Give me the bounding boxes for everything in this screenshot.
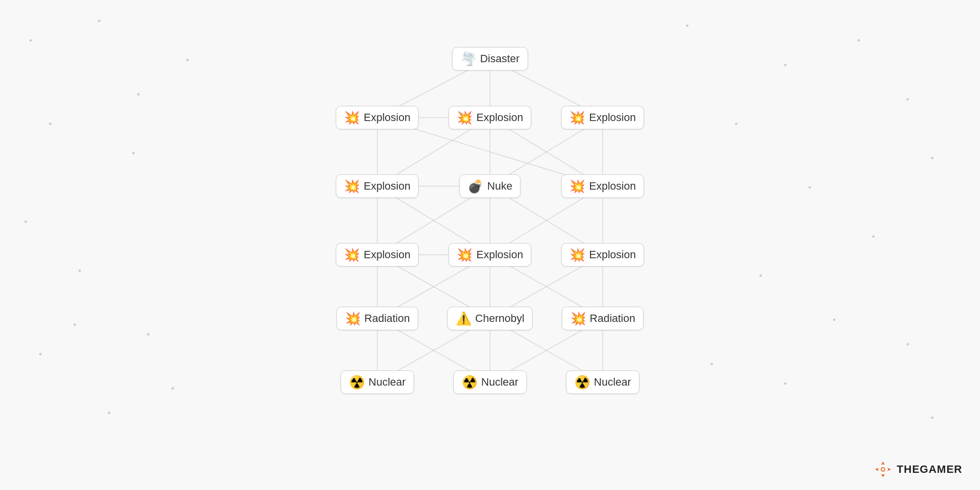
node-nuc2[interactable]: ☢️Nuclear [453, 370, 527, 394]
thegamer-icon [874, 461, 892, 478]
decorative-dot [735, 122, 737, 125]
exp7-label: Explosion [476, 248, 523, 261]
rad2-label: Radiation [590, 312, 636, 325]
decorative-dot [833, 318, 835, 321]
exp6-icon: 💥 [344, 248, 360, 261]
svg-point-39 [882, 468, 884, 470]
decorative-dot [858, 39, 860, 42]
node-exp6[interactable]: 💥Explosion [336, 243, 418, 267]
chernobyl-label: Chernobyl [475, 312, 524, 325]
chernobyl-icon: ⚠️ [456, 312, 471, 325]
decorative-dot [78, 270, 81, 272]
node-exp5[interactable]: 💥Explosion [561, 174, 644, 198]
nuc3-icon: ☢️ [574, 376, 590, 389]
nuc2-label: Nuclear [481, 376, 518, 389]
exp1-label: Explosion [364, 111, 410, 124]
decorative-dot [186, 59, 189, 61]
exp6-label: Explosion [364, 248, 410, 261]
decorative-dot [686, 24, 688, 27]
decorative-dot [108, 412, 110, 414]
svg-marker-35 [887, 467, 891, 471]
decorative-dot [74, 323, 76, 326]
node-nuc3[interactable]: ☢️Nuclear [566, 370, 639, 394]
decorative-dot [710, 363, 713, 365]
exp8-icon: 💥 [569, 248, 585, 261]
decorative-dot [24, 220, 27, 223]
decorative-dot [49, 122, 51, 125]
nuc3-label: Nuclear [594, 376, 631, 389]
exp5-label: Explosion [589, 180, 636, 193]
node-nuc1[interactable]: ☢️Nuclear [341, 370, 414, 394]
nuke-label: Nuke [487, 180, 512, 193]
decorative-dot [147, 333, 149, 336]
decorative-dot [906, 343, 909, 345]
decorative-dot [931, 416, 933, 419]
nuc1-label: Nuclear [368, 376, 406, 389]
exp1-icon: 💥 [344, 111, 360, 124]
decorative-dot [784, 64, 786, 66]
svg-marker-34 [882, 462, 885, 465]
disaster-icon: 🌪️ [461, 52, 476, 65]
rad2-icon: 💥 [570, 312, 586, 325]
node-exp4[interactable]: 💥Explosion [336, 174, 418, 198]
node-nuke[interactable]: 💣Nuke [459, 174, 520, 198]
nuc1-icon: ☢️ [349, 376, 365, 389]
disaster-label: Disaster [480, 52, 520, 65]
node-rad2[interactable]: 💥Radiation [562, 307, 644, 330]
node-exp7[interactable]: 💥Explosion [448, 243, 531, 267]
node-exp3[interactable]: 💥Explosion [561, 106, 644, 129]
brand-logo: THEGAMER [874, 461, 962, 478]
decorative-dot [808, 186, 811, 189]
node-exp1[interactable]: 💥Explosion [336, 106, 418, 129]
svg-marker-37 [875, 467, 879, 471]
nuke-icon: 💣 [467, 180, 483, 193]
nuc2-icon: ☢️ [462, 376, 477, 389]
exp3-icon: 💥 [569, 111, 585, 124]
node-rad1[interactable]: 💥Radiation [337, 307, 418, 330]
brand-name: THEGAMER [897, 463, 962, 476]
decorative-dot [872, 235, 875, 238]
exp2-label: Explosion [476, 111, 523, 124]
decorative-dot [784, 382, 786, 385]
decorative-dot [172, 387, 174, 390]
decorative-dot [760, 274, 762, 277]
decorative-dot [137, 93, 140, 96]
decorative-dot [132, 152, 135, 154]
decorative-dot [98, 20, 100, 22]
svg-marker-36 [882, 474, 885, 477]
diagram-container: 🌪️Disaster💥Explosion💥Explosion💥Explosion… [0, 0, 980, 490]
decorative-dot [931, 157, 933, 159]
node-chernobyl[interactable]: ⚠️Chernobyl [447, 307, 533, 330]
exp4-label: Explosion [364, 180, 410, 193]
decorative-dot [29, 39, 32, 42]
rad1-icon: 💥 [345, 312, 361, 325]
exp4-icon: 💥 [344, 180, 360, 193]
rad1-label: Radiation [365, 312, 410, 325]
decorative-dot [39, 353, 42, 355]
exp2-icon: 💥 [457, 111, 472, 124]
exp7-icon: 💥 [457, 248, 472, 261]
exp3-label: Explosion [589, 111, 636, 124]
node-exp8[interactable]: 💥Explosion [561, 243, 644, 267]
node-disaster[interactable]: 🌪️Disaster [452, 47, 528, 71]
decorative-dot [906, 98, 909, 100]
exp5-icon: 💥 [569, 180, 585, 193]
node-exp2[interactable]: 💥Explosion [448, 106, 531, 129]
exp8-label: Explosion [589, 248, 636, 261]
